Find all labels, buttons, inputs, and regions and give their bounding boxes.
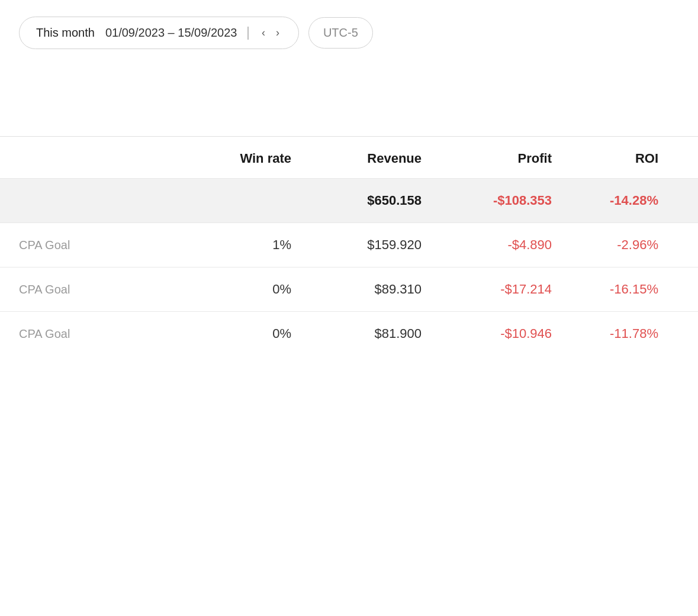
row-1-name: CPA Goal xyxy=(19,238,161,252)
summary-revenue: $650.158 xyxy=(291,193,422,208)
timezone-label: UTC-5 xyxy=(323,26,358,40)
row-2-roi: -16.15% xyxy=(552,282,658,297)
date-range-value: 01/09/2023 – 15/09/2023 xyxy=(105,26,237,40)
row-2-revenue: $89.310 xyxy=(291,282,422,297)
row-1-revenue: $159.920 xyxy=(291,237,422,253)
date-range-pill[interactable]: This month 01/09/2023 – 15/09/2023 ‹ › xyxy=(19,17,299,49)
row-2-win-rate: 0% xyxy=(161,282,291,297)
summary-profit: -$108.353 xyxy=(422,193,552,208)
row-3-win-rate: 0% xyxy=(161,326,291,341)
row-3-revenue: $81.900 xyxy=(291,326,422,341)
row-3-profit: -$10.946 xyxy=(422,326,552,341)
summary-roi: -14.28% xyxy=(552,193,658,208)
row-3-roi: -11.78% xyxy=(552,326,658,341)
table-section: Win rate Revenue Profit ROI $650.158 -$1… xyxy=(0,137,698,356)
col-header-roi: ROI xyxy=(552,151,658,166)
row-1-roi: -2.96% xyxy=(552,237,658,253)
date-end: 15/09/2023 xyxy=(178,26,237,39)
top-bar: This month 01/09/2023 – 15/09/2023 ‹ › U… xyxy=(0,0,698,66)
row-3-name: CPA Goal xyxy=(19,327,161,341)
col-header-profit: Profit xyxy=(422,151,552,166)
nav-arrows: ‹ › xyxy=(259,25,282,40)
prev-arrow[interactable]: ‹ xyxy=(259,25,268,40)
chart-area xyxy=(0,66,698,137)
period-label: This month xyxy=(36,26,95,40)
row-1-profit: -$4.890 xyxy=(422,237,552,253)
timezone-pill[interactable]: UTC-5 xyxy=(308,17,373,49)
table-row: CPA Goal 0% $89.310 -$17.214 -16.15% xyxy=(0,267,698,311)
table-header: Win rate Revenue Profit ROI xyxy=(0,137,698,178)
table-row: CPA Goal 1% $159.920 -$4.890 -2.96% xyxy=(0,222,698,267)
date-start: 01/09/2023 xyxy=(105,26,165,39)
date-separator: – xyxy=(168,26,178,39)
summary-row: $650.158 -$108.353 -14.28% xyxy=(0,178,698,222)
row-1-win-rate: 1% xyxy=(161,237,291,253)
row-2-name: CPA Goal xyxy=(19,283,161,296)
col-header-win-rate: Win rate xyxy=(161,151,291,166)
vertical-divider xyxy=(247,27,249,40)
col-header-revenue: Revenue xyxy=(291,151,422,166)
table-row: CPA Goal 0% $81.900 -$10.946 -11.78% xyxy=(0,311,698,356)
next-arrow[interactable]: › xyxy=(274,25,282,40)
row-2-profit: -$17.214 xyxy=(422,282,552,297)
